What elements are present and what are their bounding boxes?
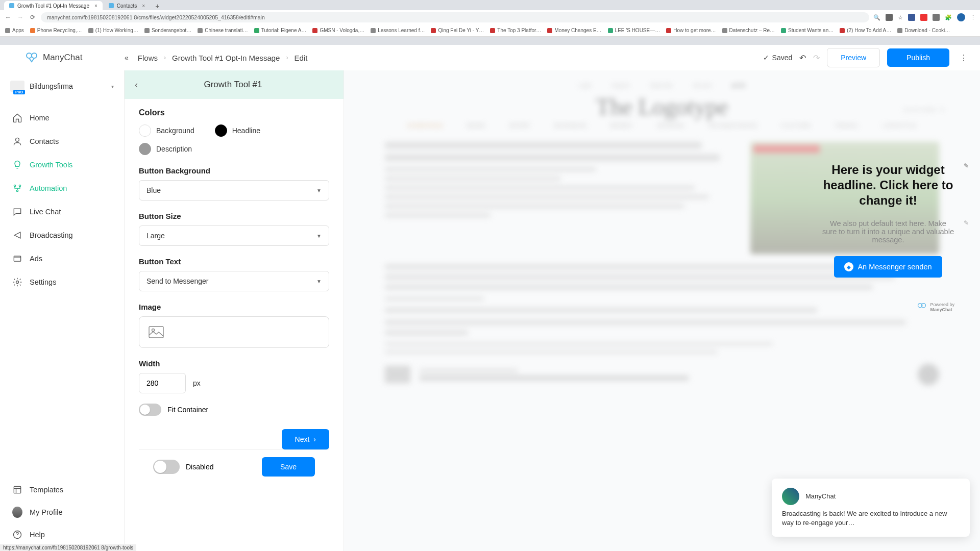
sidebar-item-templates[interactable]: Templates bbox=[0, 479, 124, 501]
widget-description[interactable]: ✎We also put default text here. Make sur… bbox=[822, 219, 954, 244]
new-tab-button[interactable]: + bbox=[151, 2, 163, 10]
templates-icon bbox=[12, 485, 22, 495]
settings-panel: ‹ Growth Tool #1 Colors Background Headl… bbox=[125, 70, 344, 551]
sidebar-item-contacts[interactable]: Contacts bbox=[0, 130, 124, 153]
sidebar-item-automation[interactable]: Automation bbox=[0, 177, 124, 200]
forward-icon[interactable]: → bbox=[16, 13, 24, 21]
app-logo[interactable]: ManyChat bbox=[0, 45, 125, 70]
breadcrumb: Flows › Growth Tool #1 Opt-In Message › … bbox=[138, 54, 308, 62]
svg-point-11 bbox=[152, 329, 155, 332]
bookmark-item[interactable]: LEE 'S HOUSE—… bbox=[608, 28, 660, 33]
breadcrumb-flows[interactable]: Flows bbox=[138, 54, 158, 62]
browser-tab[interactable]: Contacts× bbox=[104, 1, 150, 10]
bookmark-item[interactable]: Sonderangebot… bbox=[144, 28, 191, 33]
manychat-logo-icon bbox=[917, 302, 927, 312]
edit-icon[interactable]: ✎ bbox=[964, 162, 969, 170]
saved-status: ✓Saved bbox=[763, 54, 793, 62]
colors-label: Colors bbox=[139, 108, 329, 117]
close-icon[interactable]: × bbox=[94, 3, 97, 9]
bookmark-item[interactable]: Download - Cooki… bbox=[897, 28, 950, 33]
fit-container-toggle[interactable] bbox=[139, 404, 161, 416]
growth-icon bbox=[12, 160, 22, 170]
puzzle-icon[interactable]: 🧩 bbox=[945, 14, 952, 21]
automation-icon bbox=[12, 183, 22, 193]
tab-title: Growth Tool #1 Opt-In Message bbox=[17, 3, 89, 9]
image-upload[interactable] bbox=[139, 316, 329, 348]
color-description[interactable]: Description bbox=[139, 143, 192, 155]
ext-icon[interactable] bbox=[933, 14, 940, 21]
notification-toast[interactable]: ManyChat Broadcasting is back! We are ex… bbox=[772, 479, 970, 537]
btn-text-select[interactable]: Send to Messenger▼ bbox=[139, 271, 329, 291]
redo-button: ↷ bbox=[813, 53, 820, 63]
svg-point-3 bbox=[14, 185, 15, 186]
bookmark-item[interactable]: Phone Recycling,… bbox=[30, 28, 82, 33]
bookmark-item[interactable]: Datenschutz – Re… bbox=[722, 28, 775, 33]
ext-icon[interactable] bbox=[920, 14, 927, 21]
publish-button[interactable]: Publish bbox=[887, 48, 949, 67]
share-icon[interactable] bbox=[886, 14, 893, 21]
pro-badge: PRO bbox=[13, 90, 25, 94]
ext-icon[interactable] bbox=[908, 14, 915, 21]
bookmark-item[interactable]: Lessons Learned f… bbox=[371, 28, 425, 33]
fit-container-label: Fit Container bbox=[167, 406, 208, 414]
width-unit: px bbox=[193, 379, 201, 387]
avatar-icon[interactable] bbox=[957, 13, 965, 21]
btn-bg-label: Button Background bbox=[139, 166, 329, 175]
sidebar-item-settings[interactable]: Settings bbox=[0, 270, 124, 294]
save-button[interactable]: Save bbox=[262, 457, 315, 477]
bookmark-item[interactable]: How to get more… bbox=[666, 28, 716, 33]
bookmark-item[interactable]: Chinese translati… bbox=[198, 28, 248, 33]
zoom-icon[interactable]: 🔍 bbox=[873, 14, 880, 21]
btn-bg-select[interactable]: Blue▼ bbox=[139, 180, 329, 201]
undo-button[interactable]: ↶ bbox=[799, 53, 806, 63]
color-headline[interactable]: Headline bbox=[215, 124, 260, 137]
widget-headline[interactable]: ✎Here is your widget headline. Click her… bbox=[822, 162, 954, 208]
next-button[interactable]: Next› bbox=[282, 429, 329, 449]
bookmark-item[interactable]: Student Wants an… bbox=[781, 28, 834, 33]
sidebar-item-live-chat[interactable]: Live Chat bbox=[0, 200, 124, 223]
btn-text-label: Button Text bbox=[139, 257, 329, 266]
breadcrumb-tool[interactable]: Growth Tool #1 Opt-In Message bbox=[172, 54, 280, 62]
bookmark-item[interactable]: Apps bbox=[5, 28, 24, 33]
svg-point-7 bbox=[16, 281, 19, 284]
enabled-toggle[interactable] bbox=[153, 460, 180, 474]
sidebar-item-ads[interactable]: Ads bbox=[0, 247, 124, 270]
sidebar-item-broadcasting[interactable]: Broadcasting bbox=[0, 223, 124, 247]
back-icon[interactable]: ← bbox=[4, 13, 12, 21]
bookmark-item[interactable]: (1) How Working… bbox=[88, 28, 138, 33]
bookmark-item[interactable]: Qing Fei De Yi - Y… bbox=[431, 28, 484, 33]
sidebar-item-home[interactable]: Home bbox=[0, 106, 124, 130]
user-icon bbox=[12, 136, 22, 146]
menu-icon[interactable]: ⋮ bbox=[970, 14, 976, 21]
collapse-sidebar-icon[interactable]: « bbox=[125, 54, 129, 62]
sidebar-item-growth-tools[interactable]: Growth Tools bbox=[0, 153, 124, 177]
preview-button[interactable]: Preview bbox=[827, 48, 880, 67]
powered-by[interactable]: Powered byManyChat bbox=[822, 302, 954, 312]
preview-canvas: LoginSupportSubscribeAccount■ Edit The L… bbox=[344, 70, 980, 551]
bookmark-item[interactable]: GMSN - Vologda,… bbox=[312, 28, 364, 33]
panel-back-icon[interactable]: ‹ bbox=[135, 80, 138, 90]
bookmark-item[interactable]: The Top 3 Platfor… bbox=[490, 28, 541, 33]
bookmark-item[interactable]: Tutorial: Eigene A… bbox=[254, 28, 307, 33]
bookmark-item[interactable]: (2) How To Add A… bbox=[840, 28, 891, 33]
swatch-icon bbox=[215, 124, 227, 137]
chevron-right-icon: › bbox=[286, 54, 288, 61]
gear-icon bbox=[12, 277, 22, 287]
btn-size-select[interactable]: Large▼ bbox=[139, 226, 329, 246]
browser-tab[interactable]: Growth Tool #1 Opt-In Message× bbox=[4, 1, 103, 10]
org-switcher[interactable]: PRO Bildungsfirma ▾ bbox=[0, 74, 124, 100]
more-icon[interactable]: ⋮ bbox=[957, 53, 971, 63]
sidebar-item-help[interactable]: Help bbox=[0, 523, 124, 546]
sidebar-item-profile[interactable]: My Profile bbox=[0, 501, 124, 523]
star-icon[interactable]: ☆ bbox=[898, 14, 903, 21]
reload-icon[interactable]: ⟳ bbox=[29, 13, 37, 21]
color-background[interactable]: Background bbox=[139, 124, 194, 137]
width-input[interactable] bbox=[139, 373, 186, 393]
widget-messenger-button[interactable]: ◆ An Messenger senden bbox=[834, 256, 942, 278]
edit-icon[interactable]: ✎ bbox=[964, 219, 969, 227]
url-field[interactable]: manychat.com/fb198150208192061 8/cms/fil… bbox=[41, 12, 869, 22]
close-icon[interactable]: × bbox=[142, 3, 145, 9]
status-bar: https://manychat.com/fb198150208192061 8… bbox=[0, 544, 136, 551]
breadcrumb-edit: Edit bbox=[294, 54, 307, 62]
bookmark-item[interactable]: Money Changes E… bbox=[547, 28, 601, 33]
